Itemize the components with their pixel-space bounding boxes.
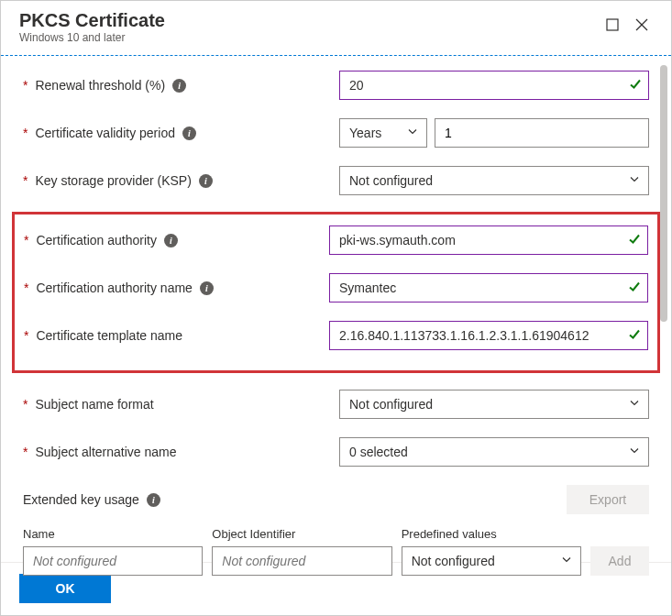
label-san: * Subject alternative name — [23, 445, 339, 459]
input-validity-wrap — [435, 118, 649, 148]
title-block: PKCS Certificate Windows 10 and later — [19, 10, 165, 44]
info-icon[interactable]: i — [147, 493, 160, 507]
select-value: 0 selected — [339, 437, 649, 467]
select-value: Not configured — [339, 166, 649, 195]
input-ca-name[interactable] — [329, 273, 648, 302]
info-icon[interactable]: i — [172, 79, 186, 93]
row-ksp: * Key storage provider (KSP) i Not confi… — [23, 166, 649, 195]
select-value: Not configured — [339, 390, 649, 419]
label-ksp: * Key storage provider (KSP) i — [23, 173, 339, 188]
required-icon: * — [23, 126, 28, 140]
column-header: Object Identifier — [212, 527, 391, 541]
select-san[interactable]: 0 selected — [339, 437, 649, 467]
input-ca-wrap — [329, 226, 648, 255]
label-ca: * Certification authority i — [24, 233, 329, 248]
checkmark-icon — [628, 328, 641, 344]
chevron-down-icon — [629, 174, 640, 188]
scrollbar-thumb[interactable] — [660, 65, 667, 322]
input-renewal[interactable] — [339, 71, 649, 100]
label-text: Certificate template name — [36, 328, 182, 343]
column-header: Name — [23, 527, 203, 541]
input-renewal-wrap — [339, 71, 649, 100]
label-text: Renewal threshold (%) — [35, 78, 165, 93]
row-ca-name: * Certification authority name i — [24, 273, 648, 302]
window-buttons — [598, 10, 656, 39]
row-renewal: * Renewal threshold (%) i — [23, 71, 649, 100]
required-icon: * — [24, 280, 28, 295]
select-ksp[interactable]: Not configured — [339, 166, 649, 195]
select-subject-format[interactable]: Not configured — [339, 390, 649, 419]
label-template: * Certificate template name — [24, 328, 329, 343]
checkmark-icon — [628, 233, 641, 248]
label-eku: Extended key usage i — [23, 492, 339, 507]
select-validity-unit[interactable]: Years — [339, 118, 427, 148]
info-icon[interactable]: i — [200, 281, 214, 295]
label-renewal: * Renewal threshold (%) i — [23, 78, 339, 93]
input-validity-value[interactable] — [435, 118, 649, 148]
required-icon: * — [24, 233, 28, 248]
input-eku-oid[interactable] — [212, 546, 391, 576]
select-value: Not configured — [402, 546, 581, 576]
required-icon: * — [23, 445, 28, 459]
label-text: Certificate validity period — [35, 126, 175, 140]
eku-col-predef: Predefined values Not configured — [402, 527, 581, 576]
row-subject-format: * Subject name format Not configured — [23, 390, 649, 419]
label-text: Certification authority name — [36, 280, 192, 295]
chevron-down-icon — [407, 126, 418, 140]
chevron-down-icon — [561, 555, 572, 568]
input-ca[interactable] — [329, 226, 648, 255]
row-san: * Subject alternative name 0 selected — [23, 437, 649, 467]
label-text: Extended key usage — [23, 492, 139, 507]
label-validity: * Certificate validity period i — [23, 126, 339, 140]
maximize-button[interactable] — [598, 10, 627, 39]
row-ca: * Certification authority i — [24, 226, 648, 255]
info-icon[interactable]: i — [164, 234, 178, 248]
input-template[interactable] — [329, 321, 648, 350]
info-icon[interactable]: i — [182, 126, 196, 140]
column-header: Predefined values — [402, 527, 581, 541]
label-text: Subject name format — [35, 397, 153, 412]
row-validity: * Certificate validity period i Years — [23, 118, 649, 148]
ok-button[interactable]: OK — [19, 574, 111, 603]
form-scrollpane: * Renewal threshold (%) i * Certificate … — [1, 56, 671, 562]
export-button[interactable]: Export — [567, 485, 649, 514]
eku-col-name: Name — [23, 527, 203, 576]
label-subject-format: * Subject name format — [23, 397, 339, 412]
required-icon: * — [23, 173, 28, 188]
required-icon: * — [23, 397, 28, 412]
input-template-wrap — [329, 321, 648, 350]
svg-rect-0 — [607, 19, 618, 30]
required-icon: * — [23, 78, 28, 93]
required-icon: * — [24, 328, 28, 343]
eku-columns: Name Object Identifier Predefined values… — [23, 527, 649, 576]
eku-header: Extended key usage i Export — [23, 485, 649, 514]
panel-title: PKCS Certificate — [19, 10, 165, 31]
checkmark-icon — [628, 280, 641, 296]
label-text: Key storage provider (KSP) — [35, 173, 191, 188]
highlighted-group: * Certification authority i * Certificat… — [12, 212, 660, 373]
select-eku-predef[interactable]: Not configured — [402, 546, 581, 576]
input-eku-name[interactable] — [23, 546, 203, 576]
label-text: Certification authority — [36, 233, 157, 248]
checkmark-icon — [629, 78, 642, 94]
chevron-down-icon — [629, 446, 640, 459]
panel-header: PKCS Certificate Windows 10 and later — [1, 1, 671, 50]
input-ca-name-wrap — [329, 273, 648, 302]
eku-col-oid: Object Identifier — [212, 527, 391, 576]
label-ca-name: * Certification authority name i — [24, 280, 329, 295]
label-text: Subject alternative name — [35, 445, 176, 459]
add-button[interactable]: Add — [590, 546, 649, 576]
info-icon[interactable]: i — [199, 174, 213, 188]
row-template: * Certificate template name — [24, 321, 648, 350]
chevron-down-icon — [629, 398, 640, 412]
close-button[interactable] — [627, 10, 656, 39]
panel-subtitle: Windows 10 and later — [19, 31, 165, 44]
